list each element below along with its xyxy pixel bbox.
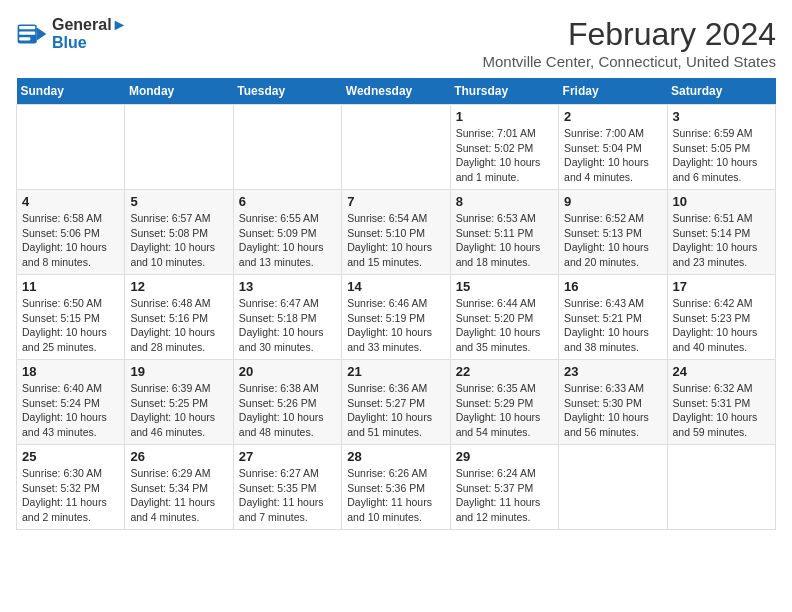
- calendar-cell: 27Sunrise: 6:27 AM Sunset: 5:35 PM Dayli…: [233, 445, 341, 530]
- day-detail: Sunrise: 6:48 AM Sunset: 5:16 PM Dayligh…: [130, 296, 227, 355]
- location-subtitle: Montville Center, Connecticut, United St…: [483, 53, 776, 70]
- day-number: 23: [564, 364, 661, 379]
- day-number: 25: [22, 449, 119, 464]
- day-number: 26: [130, 449, 227, 464]
- calendar-cell: 3Sunrise: 6:59 AM Sunset: 5:05 PM Daylig…: [667, 105, 775, 190]
- calendar-cell: [17, 105, 125, 190]
- calendar-cell: 1Sunrise: 7:01 AM Sunset: 5:02 PM Daylig…: [450, 105, 558, 190]
- calendar-cell: 20Sunrise: 6:38 AM Sunset: 5:26 PM Dayli…: [233, 360, 341, 445]
- weekday-header-wednesday: Wednesday: [342, 78, 450, 105]
- day-number: 8: [456, 194, 553, 209]
- day-number: 24: [673, 364, 770, 379]
- day-number: 29: [456, 449, 553, 464]
- day-detail: Sunrise: 6:53 AM Sunset: 5:11 PM Dayligh…: [456, 211, 553, 270]
- calendar-cell: 23Sunrise: 6:33 AM Sunset: 5:30 PM Dayli…: [559, 360, 667, 445]
- day-detail: Sunrise: 6:52 AM Sunset: 5:13 PM Dayligh…: [564, 211, 661, 270]
- day-number: 5: [130, 194, 227, 209]
- calendar-week-row: 4Sunrise: 6:58 AM Sunset: 5:06 PM Daylig…: [17, 190, 776, 275]
- day-detail: Sunrise: 6:50 AM Sunset: 5:15 PM Dayligh…: [22, 296, 119, 355]
- calendar-cell: 14Sunrise: 6:46 AM Sunset: 5:19 PM Dayli…: [342, 275, 450, 360]
- calendar-cell: 2Sunrise: 7:00 AM Sunset: 5:04 PM Daylig…: [559, 105, 667, 190]
- day-detail: Sunrise: 6:38 AM Sunset: 5:26 PM Dayligh…: [239, 381, 336, 440]
- day-number: 27: [239, 449, 336, 464]
- calendar-week-row: 25Sunrise: 6:30 AM Sunset: 5:32 PM Dayli…: [17, 445, 776, 530]
- day-detail: Sunrise: 6:54 AM Sunset: 5:10 PM Dayligh…: [347, 211, 444, 270]
- calendar-cell: 25Sunrise: 6:30 AM Sunset: 5:32 PM Dayli…: [17, 445, 125, 530]
- calendar-cell: 10Sunrise: 6:51 AM Sunset: 5:14 PM Dayli…: [667, 190, 775, 275]
- day-number: 15: [456, 279, 553, 294]
- weekday-header-tuesday: Tuesday: [233, 78, 341, 105]
- calendar-cell: 4Sunrise: 6:58 AM Sunset: 5:06 PM Daylig…: [17, 190, 125, 275]
- day-detail: Sunrise: 6:46 AM Sunset: 5:19 PM Dayligh…: [347, 296, 444, 355]
- day-detail: Sunrise: 7:00 AM Sunset: 5:04 PM Dayligh…: [564, 126, 661, 185]
- calendar-cell: 17Sunrise: 6:42 AM Sunset: 5:23 PM Dayli…: [667, 275, 775, 360]
- day-number: 4: [22, 194, 119, 209]
- calendar-cell: 11Sunrise: 6:50 AM Sunset: 5:15 PM Dayli…: [17, 275, 125, 360]
- day-detail: Sunrise: 6:35 AM Sunset: 5:29 PM Dayligh…: [456, 381, 553, 440]
- svg-rect-3: [19, 32, 35, 35]
- day-detail: Sunrise: 6:57 AM Sunset: 5:08 PM Dayligh…: [130, 211, 227, 270]
- day-number: 3: [673, 109, 770, 124]
- day-detail: Sunrise: 6:42 AM Sunset: 5:23 PM Dayligh…: [673, 296, 770, 355]
- day-number: 14: [347, 279, 444, 294]
- day-number: 9: [564, 194, 661, 209]
- day-detail: Sunrise: 6:29 AM Sunset: 5:34 PM Dayligh…: [130, 466, 227, 525]
- day-number: 19: [130, 364, 227, 379]
- day-number: 6: [239, 194, 336, 209]
- calendar-cell: 5Sunrise: 6:57 AM Sunset: 5:08 PM Daylig…: [125, 190, 233, 275]
- calendar-cell: 28Sunrise: 6:26 AM Sunset: 5:36 PM Dayli…: [342, 445, 450, 530]
- day-number: 21: [347, 364, 444, 379]
- day-detail: Sunrise: 6:44 AM Sunset: 5:20 PM Dayligh…: [456, 296, 553, 355]
- day-number: 18: [22, 364, 119, 379]
- logo-text: General► Blue: [52, 16, 127, 52]
- svg-marker-1: [37, 28, 47, 41]
- day-number: 11: [22, 279, 119, 294]
- calendar-week-row: 18Sunrise: 6:40 AM Sunset: 5:24 PM Dayli…: [17, 360, 776, 445]
- svg-rect-4: [19, 37, 30, 40]
- day-detail: Sunrise: 6:32 AM Sunset: 5:31 PM Dayligh…: [673, 381, 770, 440]
- day-detail: Sunrise: 6:40 AM Sunset: 5:24 PM Dayligh…: [22, 381, 119, 440]
- day-number: 7: [347, 194, 444, 209]
- calendar-cell: 7Sunrise: 6:54 AM Sunset: 5:10 PM Daylig…: [342, 190, 450, 275]
- calendar-cell: 6Sunrise: 6:55 AM Sunset: 5:09 PM Daylig…: [233, 190, 341, 275]
- day-number: 2: [564, 109, 661, 124]
- day-detail: Sunrise: 6:58 AM Sunset: 5:06 PM Dayligh…: [22, 211, 119, 270]
- calendar-cell: 24Sunrise: 6:32 AM Sunset: 5:31 PM Dayli…: [667, 360, 775, 445]
- calendar-cell: 19Sunrise: 6:39 AM Sunset: 5:25 PM Dayli…: [125, 360, 233, 445]
- day-detail: Sunrise: 6:47 AM Sunset: 5:18 PM Dayligh…: [239, 296, 336, 355]
- day-detail: Sunrise: 6:55 AM Sunset: 5:09 PM Dayligh…: [239, 211, 336, 270]
- day-number: 17: [673, 279, 770, 294]
- weekday-header-row: SundayMondayTuesdayWednesdayThursdayFrid…: [17, 78, 776, 105]
- calendar-cell: 21Sunrise: 6:36 AM Sunset: 5:27 PM Dayli…: [342, 360, 450, 445]
- weekday-header-saturday: Saturday: [667, 78, 775, 105]
- day-detail: Sunrise: 6:51 AM Sunset: 5:14 PM Dayligh…: [673, 211, 770, 270]
- calendar-week-row: 11Sunrise: 6:50 AM Sunset: 5:15 PM Dayli…: [17, 275, 776, 360]
- title-area: February 2024 Montville Center, Connecti…: [483, 16, 776, 70]
- day-detail: Sunrise: 6:33 AM Sunset: 5:30 PM Dayligh…: [564, 381, 661, 440]
- day-detail: Sunrise: 6:43 AM Sunset: 5:21 PM Dayligh…: [564, 296, 661, 355]
- day-number: 12: [130, 279, 227, 294]
- calendar-cell: 13Sunrise: 6:47 AM Sunset: 5:18 PM Dayli…: [233, 275, 341, 360]
- calendar-cell: [125, 105, 233, 190]
- calendar-cell: 8Sunrise: 6:53 AM Sunset: 5:11 PM Daylig…: [450, 190, 558, 275]
- day-detail: Sunrise: 6:36 AM Sunset: 5:27 PM Dayligh…: [347, 381, 444, 440]
- weekday-header-sunday: Sunday: [17, 78, 125, 105]
- weekday-header-friday: Friday: [559, 78, 667, 105]
- calendar-cell: 18Sunrise: 6:40 AM Sunset: 5:24 PM Dayli…: [17, 360, 125, 445]
- day-detail: Sunrise: 6:30 AM Sunset: 5:32 PM Dayligh…: [22, 466, 119, 525]
- calendar-cell: [667, 445, 775, 530]
- calendar-cell: 22Sunrise: 6:35 AM Sunset: 5:29 PM Dayli…: [450, 360, 558, 445]
- calendar-cell: [559, 445, 667, 530]
- day-detail: Sunrise: 6:24 AM Sunset: 5:37 PM Dayligh…: [456, 466, 553, 525]
- day-detail: Sunrise: 6:39 AM Sunset: 5:25 PM Dayligh…: [130, 381, 227, 440]
- weekday-header-thursday: Thursday: [450, 78, 558, 105]
- calendar-cell: 15Sunrise: 6:44 AM Sunset: 5:20 PM Dayli…: [450, 275, 558, 360]
- logo: General► Blue: [16, 16, 127, 52]
- calendar-cell: [233, 105, 341, 190]
- page-header: General► Blue February 2024 Montville Ce…: [16, 16, 776, 70]
- day-detail: Sunrise: 6:26 AM Sunset: 5:36 PM Dayligh…: [347, 466, 444, 525]
- day-detail: Sunrise: 6:27 AM Sunset: 5:35 PM Dayligh…: [239, 466, 336, 525]
- calendar-week-row: 1Sunrise: 7:01 AM Sunset: 5:02 PM Daylig…: [17, 105, 776, 190]
- day-number: 20: [239, 364, 336, 379]
- calendar-cell: [342, 105, 450, 190]
